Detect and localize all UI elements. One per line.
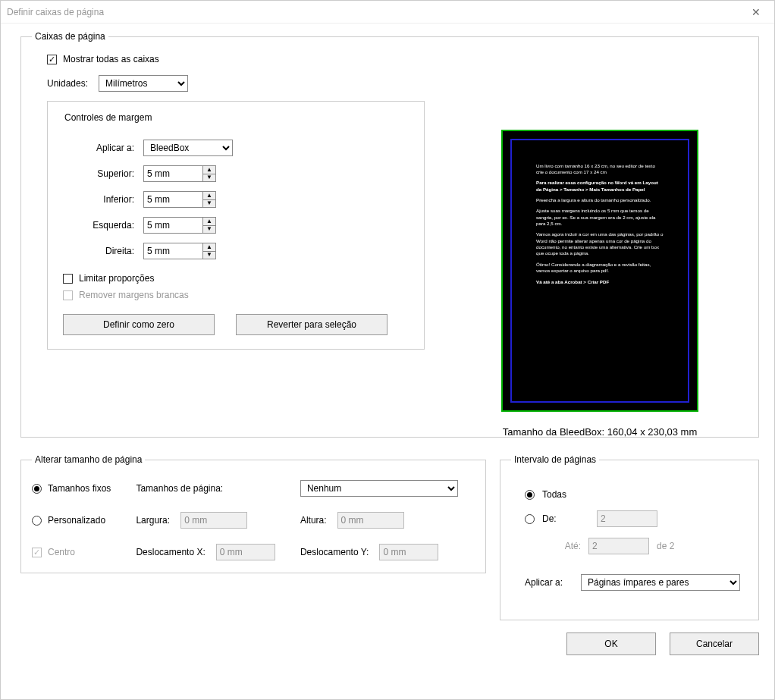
center-checkbox [32, 548, 42, 557]
margin-buttons-row: Definir como zero Reverter para seleção [63, 314, 412, 335]
height-label: Altura: [300, 515, 327, 526]
margin-left-spinner[interactable]: ▲▼ [143, 217, 216, 234]
close-icon[interactable]: ✕ [744, 6, 768, 18]
center-label: Centro [48, 547, 75, 557]
margin-controls-legend: Controles de margem [61, 112, 155, 123]
height-input [337, 512, 404, 529]
offsetx-label: Deslocamento X: [136, 547, 205, 557]
spin-down-icon[interactable]: ▼ [202, 252, 216, 260]
spin-up-icon[interactable]: ▲ [202, 191, 216, 200]
margin-top-input[interactable] [143, 165, 202, 182]
window-title: Definir caixas de página [7, 7, 104, 17]
margin-right-label: Direita: [60, 246, 143, 256]
margin-bottom-input[interactable] [143, 191, 202, 208]
dialog-window: Definir caixas de página ✕ Caixas de pág… [0, 0, 775, 700]
page-boxes-legend: Caixas de página [32, 31, 108, 42]
page-range-legend: Intervalo de páginas [511, 454, 599, 465]
page-range-group: Intervalo de páginas Todas De: Até: [500, 454, 759, 620]
show-all-label: Mostrar todas as caixas [63, 54, 159, 64]
apply-to-row: Aplicar a: BleedBox [60, 140, 412, 156]
range-all-radio[interactable] [525, 490, 535, 500]
margin-bottom-row: Inferior: ▲▼ [60, 191, 412, 208]
spin-up-icon[interactable]: ▲ [202, 243, 216, 252]
width-cell: Largura: [136, 512, 283, 529]
apply-to-label: Aplicar a: [60, 143, 143, 153]
preview-bleed-outline: Um livro com tamanho 16 x 23 cm, no seu … [501, 130, 698, 412]
page-sizes-select-wrap: Nenhum [300, 480, 475, 497]
ok-button[interactable]: OK [566, 633, 656, 655]
offsety-cell: Deslocamento Y: [300, 544, 475, 560]
offsetx-cell: Deslocamento X: [136, 544, 283, 560]
margin-right-input[interactable] [143, 243, 202, 259]
page-sizes-label: Tamanhos de página: [136, 483, 283, 494]
range-apply-row: Aplicar a: Páginas ímpares e pares [525, 574, 740, 591]
range-to-label: Até: [541, 541, 581, 551]
revert-selection-button[interactable]: Reverter para seleção [236, 314, 388, 335]
remove-white-checkbox [63, 290, 73, 300]
margin-left-row: Esquerda: ▲▼ [60, 217, 412, 234]
page-size-grid: Tamanhos fixos Tamanhos de página: Nenhu… [32, 480, 475, 560]
offsety-label: Deslocamento Y: [300, 547, 369, 557]
range-to-row: Até: de 2 [541, 538, 740, 554]
spin-down-icon[interactable]: ▼ [202, 200, 216, 209]
apply-to-select[interactable]: BleedBox [143, 140, 233, 156]
lock-proportions-label: Limitar proporções [79, 273, 154, 284]
offsetx-input [216, 544, 275, 560]
custom-radio[interactable] [32, 516, 42, 526]
range-all-row: Todas [525, 489, 740, 500]
range-to-input [588, 538, 649, 554]
preview-caption: Tamanho da BleedBox: 160,04 x 230,03 mm [448, 426, 751, 438]
preview-text: Um livro com tamanho 16 x 23 cm, no seu … [536, 163, 664, 290]
spin-down-icon[interactable]: ▼ [202, 174, 216, 183]
margin-right-row: Direita: ▲▼ [60, 243, 412, 259]
spin-up-icon[interactable]: ▲ [202, 217, 216, 226]
remove-white-row: Remover margens brancas [63, 290, 412, 300]
range-from-label: De: [542, 513, 573, 524]
range-apply-select[interactable]: Páginas ímpares e pares [581, 574, 740, 591]
range-all-label: Todas [542, 489, 566, 500]
show-all-row: Mostrar todas as caixas [47, 54, 748, 64]
height-cell: Altura: [300, 512, 475, 529]
spin-up-icon[interactable]: ▲ [202, 165, 216, 174]
margin-top-spinner[interactable]: ▲▼ [143, 165, 216, 182]
margin-bottom-spinner[interactable]: ▲▼ [143, 191, 216, 208]
margin-top-row: Superior: ▲▼ [60, 165, 412, 182]
spin-down-icon[interactable]: ▼ [202, 226, 216, 234]
margin-bottom-label: Inferior: [60, 194, 143, 205]
margin-top-label: Superior: [60, 168, 143, 179]
fixed-sizes-radio[interactable] [32, 484, 42, 494]
page-size-group: Alterar tamanho de página Tamanhos fixos… [20, 454, 486, 573]
set-zero-button[interactable]: Definir como zero [63, 314, 215, 335]
show-all-checkbox[interactable] [47, 55, 57, 64]
range-apply-label: Aplicar a: [525, 577, 573, 588]
page-size-legend: Alterar tamanho de página [32, 454, 145, 465]
page-preview: Um livro com tamanho 16 x 23 cm, no seu … [448, 121, 751, 420]
margin-controls-group: Controles de margem Aplicar a: BleedBox … [47, 101, 425, 350]
units-select[interactable]: Milímetros [99, 75, 188, 92]
center-row: Centro [32, 547, 119, 557]
range-from-input [597, 510, 657, 527]
fixed-sizes-label: Tamanhos fixos [48, 483, 111, 494]
margin-left-label: Esquerda: [60, 220, 143, 231]
titlebar: Definir caixas de página ✕ [1, 1, 774, 24]
remove-white-label: Remover margens brancas [79, 290, 189, 300]
page-range-inner: Todas De: Até: de 2 Aplicar a: [511, 472, 748, 607]
custom-label: Personalizado [48, 515, 105, 526]
units-row: Unidades: Milímetros [47, 75, 748, 92]
range-from-radio[interactable] [525, 514, 535, 524]
cancel-button[interactable]: Cancelar [670, 633, 759, 655]
margin-left-input[interactable] [143, 217, 202, 234]
lock-proportions-row: Limitar proporções [63, 273, 412, 284]
margin-right-spinner[interactable]: ▲▼ [143, 243, 216, 259]
dialog-content: Caixas de página Mostrar todas as caixas… [1, 24, 774, 699]
range-of-label: de 2 [657, 541, 674, 551]
dialog-button-row: OK Cancelar [20, 633, 759, 655]
fixed-sizes-radio-row: Tamanhos fixos [32, 483, 119, 494]
lock-proportions-checkbox[interactable] [63, 274, 73, 284]
offsety-input [379, 544, 438, 560]
custom-radio-row: Personalizado [32, 515, 119, 526]
units-label: Unidades: [47, 78, 88, 89]
width-input [180, 512, 247, 529]
lower-area: Alterar tamanho de página Tamanhos fixos… [20, 454, 759, 620]
page-sizes-select[interactable]: Nenhum [300, 480, 458, 497]
